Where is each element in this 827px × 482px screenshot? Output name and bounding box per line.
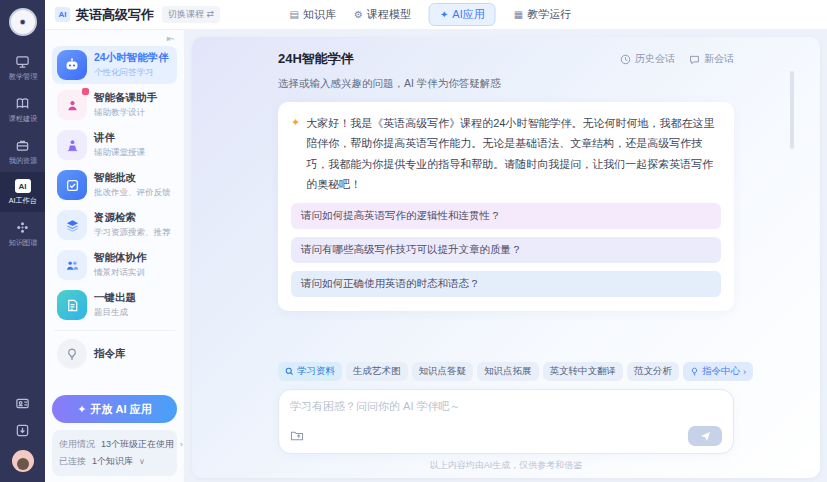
tab-teaching-run[interactable]: ▦ 教学运行: [514, 7, 571, 22]
top-bar: AI 英语高级写作 切换课程 ⇄ ▤ 知识库 ⚙ 课程模型 ✦ AI应用 ▦: [45, 0, 827, 30]
chip-study-materials[interactable]: 学习资料: [278, 362, 342, 381]
people-icon: [57, 250, 87, 280]
grid-icon: ▦: [514, 9, 523, 20]
history-session-button[interactable]: 历史会话: [620, 52, 675, 66]
chevron-right-icon: ›: [180, 440, 183, 449]
sidebar-item-smart-grading[interactable]: 智能批改 批改作业、评价反馈: [52, 166, 177, 204]
sidebar-item-subtitle: 个性化问答学习: [94, 67, 169, 79]
rail-item-knowledge-graph[interactable]: 知识图谱: [0, 212, 45, 254]
inbox-download-icon[interactable]: [15, 423, 30, 438]
attach-folder-icon[interactable]: [290, 430, 304, 442]
graph-cluster-icon: [15, 219, 31, 235]
sidebar-item-title: 智能批改: [94, 171, 171, 185]
rail-item-label: 教学管理: [8, 72, 37, 82]
chat-input-box: [278, 389, 734, 454]
top-tabs: ▤ 知识库 ⚙ 课程模型 ✦ AI应用 ▦ 教学运行: [290, 3, 572, 26]
chip-sample-analysis[interactable]: 范文分析: [627, 362, 679, 381]
course-ai-icon: AI: [55, 7, 70, 22]
content-row: ⇤ 24小时智能学伴 个性化问答学习: [45, 30, 827, 482]
sidebar-item-title: 资源检索: [94, 211, 171, 225]
usage-info-box: 使用情况 13个班级正在使用 › 已连接 1个知识库 ∨: [52, 430, 177, 476]
sidebar-item-resource-search[interactable]: 资源检索 学习资源搜索、推荐: [52, 206, 177, 244]
lecturer-icon: [57, 130, 87, 160]
chat-header: 24H智能学伴 历史会话 新会话: [278, 50, 734, 68]
chip-en-to-cn-translate[interactable]: 英文转中文翻译: [543, 362, 624, 381]
rail-item-teaching-management[interactable]: 教学管理: [0, 46, 45, 88]
chip-knowledge-expand[interactable]: 知识点拓展: [477, 362, 539, 381]
rail-item-course-construction[interactable]: 课程建设: [0, 88, 45, 130]
collapse-sidebar-icon[interactable]: ⇤: [52, 33, 177, 46]
welcome-message-card: ✦ 大家好！我是《英语高级写作》课程的24小时智能学伴。无论何时何地，我都在这里…: [278, 102, 734, 311]
welcome-text: 大家好！我是《英语高级写作》课程的24小时智能学伴。无论何时何地，我都在这里陪伴…: [306, 113, 721, 194]
suggested-question[interactable]: 请问如何正确使用英语的时态和语态？: [291, 271, 721, 297]
sidebar-item-24h-companion[interactable]: 24小时智能学伴 个性化问答学习: [52, 46, 177, 84]
sidebar-item-lesson-prep-assistant[interactable]: 智能备课助手 辅助教学设计: [52, 86, 177, 124]
ai-workbench-icon: AI: [15, 179, 31, 193]
user-avatar[interactable]: [12, 450, 34, 472]
quick-chip-row: 学习资料 生成艺术图 知识点答疑 知识点拓展 英文转中文翻译 范文分析 指令中心: [278, 362, 734, 381]
chat-actions: 历史会话 新会话: [620, 52, 734, 66]
board-icon: [15, 53, 31, 69]
chat-input[interactable]: [290, 399, 722, 416]
toolbox-icon: [15, 137, 31, 153]
connected-row[interactable]: 已连接 1个知识库 ∨: [59, 453, 170, 470]
robot-icon: [57, 50, 87, 80]
sparkle-icon: ✦: [440, 9, 448, 20]
rail-item-ai-workbench[interactable]: AI AI工作台: [0, 172, 45, 212]
suggested-question[interactable]: 请问有哪些高级写作技巧可以提升文章的质量？: [291, 237, 721, 263]
course-title: 英语高级写作: [76, 6, 154, 24]
sidebar-item-title: 智能备课助手: [94, 91, 157, 105]
chevron-right-icon: ›: [743, 366, 746, 377]
switch-course-button[interactable]: 切换课程 ⇄: [162, 6, 220, 23]
usage-row[interactable]: 使用情况 13个班级正在使用 ›: [59, 436, 170, 453]
ai-disclaimer: 以上内容均由AI生成，仅供参考和借鉴: [278, 454, 734, 476]
suggested-question[interactable]: 请问如何提高英语写作的逻辑性和连贯性？: [291, 203, 721, 229]
sidebar-divider: [54, 330, 175, 331]
sidebar-item-command-library[interactable]: 指令库: [52, 335, 177, 373]
usage-label: 使用情况: [59, 438, 95, 451]
open-ai-app-button[interactable]: ✦ 开放 AI 应用: [52, 395, 177, 423]
usage-value: 13个班级正在使用: [101, 438, 174, 451]
sidebar-item-title: 一键出题: [94, 291, 136, 305]
paper-plane-icon: [700, 431, 711, 442]
chip-generate-art[interactable]: 生成艺术图: [346, 362, 408, 381]
sidebar-item-title: 24小时智能学伴: [94, 51, 169, 65]
tab-ai-app[interactable]: ✦ AI应用: [429, 3, 496, 26]
sidebar-item-agent-collaboration[interactable]: 智能体协作 情景对话实训: [52, 246, 177, 284]
chat-subtitle: 选择或输入感兴趣的问题，AI 学伴为你答疑解惑: [278, 77, 734, 91]
teacher-icon: [57, 90, 87, 120]
sidebar-item-subtitle: 情景对话实训: [94, 267, 147, 279]
rail-item-label: 课程建设: [8, 114, 37, 124]
chip-knowledge-qa[interactable]: 知识点答疑: [412, 362, 474, 381]
chat-title: 24H智能学伴: [278, 50, 354, 68]
connected-value: 1个知识库: [92, 455, 133, 468]
tab-course-model[interactable]: ⚙ 课程模型: [354, 7, 411, 22]
scrollbar[interactable]: [790, 71, 794, 149]
sidebar-item-subtitle: 辅助教学设计: [94, 107, 157, 119]
sidebar-item-lecture-companion[interactable]: 讲伴 辅助课堂授课: [52, 126, 177, 164]
send-button[interactable]: [688, 426, 722, 446]
rail-item-label: 知识图谱: [8, 238, 37, 248]
sidebar-item-subtitle: 题目生成: [94, 307, 136, 319]
sidebar-item-one-click-quiz[interactable]: 一键出题 题目生成: [52, 286, 177, 324]
new-session-button[interactable]: 新会话: [689, 52, 734, 66]
chip-command-center[interactable]: 指令中心 ›: [683, 362, 753, 381]
sparkle-icon: ✦: [77, 403, 86, 416]
sidebar-item-subtitle: 学习资源搜索、推荐: [94, 227, 171, 239]
suggested-question-list: 请问如何提高英语写作的逻辑性和连贯性？ 请问有哪些高级写作技巧可以提升文章的质量…: [291, 203, 721, 297]
chat-column: 24H智能学伴 历史会话 新会话: [278, 37, 734, 478]
input-footer: [290, 426, 722, 446]
rail-item-my-resources[interactable]: 我的资源: [0, 130, 45, 172]
contact-card-icon[interactable]: [15, 396, 30, 411]
edit-check-icon: [57, 170, 87, 200]
tab-knowledge-base[interactable]: ▤ 知识库: [290, 7, 336, 22]
book-icon: [15, 95, 31, 111]
school-logo: ✹: [9, 8, 37, 36]
rail-item-label: AI工作台: [8, 196, 36, 206]
sidebar-item-title: 指令库: [94, 347, 126, 361]
sidebar-item-title: 讲伴: [94, 131, 145, 145]
sidebar-item-subtitle: 批改作业、评价反馈: [94, 187, 171, 199]
book-icon: ▤: [290, 9, 299, 20]
bulb-icon: [57, 339, 87, 369]
right-column: AI 英语高级写作 切换课程 ⇄ ▤ 知识库 ⚙ 课程模型 ✦ AI应用 ▦: [45, 0, 827, 482]
